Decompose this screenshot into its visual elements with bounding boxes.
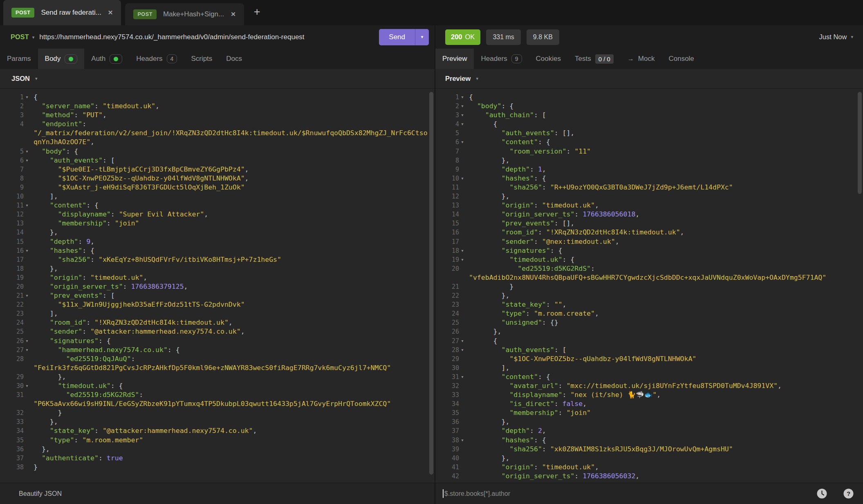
line-number: 11 <box>0 201 24 210</box>
code-text: }, <box>469 192 857 201</box>
line-number: 7 <box>0 165 24 174</box>
code-text: "sha256": "xKeEqYz+8hUSQdFVrFv/itbiVKo8H… <box>34 255 429 264</box>
code-line: 17 "sender": "@nex:timedout.uk", <box>435 237 863 246</box>
fold-caret-icon[interactable]: ▾ <box>459 102 466 111</box>
history-clock-icon[interactable] <box>816 488 827 499</box>
fold-caret-icon[interactable]: ▾ <box>459 255 466 264</box>
line-number: 15 <box>0 237 24 246</box>
response-view-toolbar: Preview ▾ <box>435 69 863 89</box>
fold-caret-icon[interactable]: ▾ <box>459 436 466 445</box>
chevron-down-icon[interactable]: ▾ <box>476 76 478 81</box>
url-input[interactable]: https://hammerhead.nexy7574.co.uk/_hamme… <box>39 33 374 41</box>
code-text: "$11x_JW1n9UjggjhekD35aEfFzOdz51tTS-G2pd… <box>34 300 429 309</box>
request-body-editor[interactable]: 1▾{2 "server_name": "timedout.uk",3 "met… <box>0 89 435 483</box>
body-type-select[interactable]: JSON <box>11 75 30 83</box>
text-cursor <box>443 489 444 498</box>
tab-response-headers[interactable]: Headers 9 <box>474 49 529 69</box>
fold-caret-icon[interactable]: ▾ <box>24 201 30 210</box>
tab-headers[interactable]: Headers 4 <box>129 49 184 69</box>
tab-body[interactable]: Body <box>38 49 85 69</box>
close-icon[interactable]: ✕ <box>231 11 236 18</box>
fold-caret-icon[interactable]: ▾ <box>459 138 466 147</box>
send-button[interactable]: Send ▾ <box>379 29 429 45</box>
line-number: 8 <box>0 174 24 183</box>
line-number: 18 <box>0 264 24 273</box>
line-number: 36 <box>435 417 459 426</box>
response-history-select[interactable]: Just Now ▾ <box>819 33 853 41</box>
response-view-select[interactable]: Preview <box>445 75 471 83</box>
fold-caret-icon[interactable]: ▾ <box>459 246 466 255</box>
fold-caret-icon[interactable]: ▾ <box>24 147 30 156</box>
size-badge: 9.8 KB <box>527 29 559 45</box>
line-number: 22 <box>0 300 24 309</box>
fold-caret-icon[interactable]: ▾ <box>24 346 30 355</box>
code-text: "origin": "timedout.uk", <box>469 463 857 472</box>
chevron-down-icon[interactable]: ▾ <box>32 35 35 40</box>
fold-caret-icon[interactable]: ▾ <box>459 346 466 355</box>
response-meta-row: 200 OK 331 ms 9.8 KB Just Now ▾ <box>435 25 863 49</box>
doc-tab-send-raw-federation[interactable]: POST Send raw federati... ✕ <box>3 0 121 25</box>
tab-mock[interactable]: → Mock <box>621 49 662 69</box>
code-line: 12 "displayname": "Super Evil Attacker", <box>0 210 435 219</box>
fold-caret-icon[interactable]: ▾ <box>459 337 466 346</box>
line-number: 4 <box>0 120 24 129</box>
beautify-json-button[interactable]: Beautify JSON <box>19 490 62 497</box>
fold-caret-icon[interactable]: ▾ <box>459 93 466 102</box>
fold-caret-icon[interactable]: ▾ <box>24 93 30 102</box>
tab-console[interactable]: Console <box>661 49 701 69</box>
tab-preview[interactable]: Preview <box>435 49 474 69</box>
response-panel: 200 OK 331 ms 9.8 KB Just Now ▾ Preview … <box>435 25 863 504</box>
code-line: 27▾ { <box>435 337 863 346</box>
line-number: 7 <box>435 147 459 156</box>
tab-tests[interactable]: Tests 0 / 0 <box>568 49 621 69</box>
code-text: "body": { <box>34 147 429 156</box>
code-text: "$1OC-XnwPEOZ5bz--qUahdbz-y04lfWdV8gNTLN… <box>469 355 857 364</box>
fold-caret-icon[interactable]: ▾ <box>459 174 466 183</box>
fold-caret-icon[interactable]: ▾ <box>24 291 30 300</box>
close-icon[interactable]: ✕ <box>108 9 113 16</box>
filter-input[interactable]: $.store.books[*].author <box>444 490 510 497</box>
tab-scripts[interactable]: Scripts <box>184 49 219 69</box>
line-number: 33 <box>435 390 459 399</box>
help-icon[interactable]: ? <box>843 488 854 499</box>
fold-caret-icon[interactable]: ▾ <box>24 337 30 346</box>
scrollbar-thumb[interactable] <box>429 92 433 475</box>
chevron-down-icon[interactable]: ▾ <box>35 76 38 81</box>
body-type-toolbar: JSON ▾ <box>0 69 435 89</box>
code-text: "depth": 1, <box>469 165 857 174</box>
doc-tab-title: Send raw federati... <box>41 9 101 17</box>
code-line: 16▾ "hashes": { <box>0 246 435 255</box>
line-number: 18 <box>435 246 459 255</box>
code-line: 24 "room_id": "!XRqZN3zQD2dtHc8I4k:timed… <box>0 318 435 327</box>
method-select[interactable]: POST <box>11 33 29 41</box>
fold-caret-icon[interactable]: ▾ <box>459 111 466 120</box>
code-text: ], <box>34 192 429 201</box>
send-options-caret[interactable]: ▾ <box>415 29 429 45</box>
code-line: 32 "avatar_url": "mxc://timedout.uk/sji8… <box>435 381 863 390</box>
new-tab-button[interactable]: + <box>248 6 268 20</box>
code-line: 18▾ "signatures": { <box>435 246 863 255</box>
code-text: "membership": "join" <box>34 219 429 228</box>
code-line: 24 "type": "m.room.create", <box>435 309 863 318</box>
code-text: "$1OC-XnwPEOZ5bz--qUahdbz-y04lfWdV8gNTLN… <box>34 174 429 183</box>
line-number: 23 <box>435 300 459 309</box>
scrollbar-thumb[interactable] <box>858 92 862 194</box>
tab-cookies[interactable]: Cookies <box>529 49 568 69</box>
fold-caret-icon[interactable]: ▾ <box>24 381 30 390</box>
tab-label: Body <box>45 55 61 63</box>
code-text: "signatures": { <box>34 337 429 346</box>
tab-params[interactable]: Params <box>0 49 38 69</box>
tab-auth[interactable]: Auth <box>84 49 129 69</box>
line-number: 29 <box>0 372 24 381</box>
send-button-label[interactable]: Send <box>379 29 415 45</box>
fold-caret-icon[interactable]: ▾ <box>24 246 30 255</box>
tab-docs[interactable]: Docs <box>219 49 249 69</box>
doc-tab-make-hash-sign[interactable]: POST Make+Hash+Sign... ✕ <box>125 3 244 25</box>
fold-caret-icon[interactable]: ▾ <box>459 120 466 129</box>
code-text: "method": "PUT", <box>34 111 429 120</box>
response-body-viewer[interactable]: 1▾{2▾ "body": {3▾ "auth_chain": [4▾ {5 "… <box>435 89 863 483</box>
fold-caret-icon[interactable]: ▾ <box>459 372 466 381</box>
line-number: 38 <box>435 436 459 445</box>
green-dot-icon <box>69 57 73 61</box>
fold-caret-icon[interactable]: ▾ <box>24 156 30 165</box>
